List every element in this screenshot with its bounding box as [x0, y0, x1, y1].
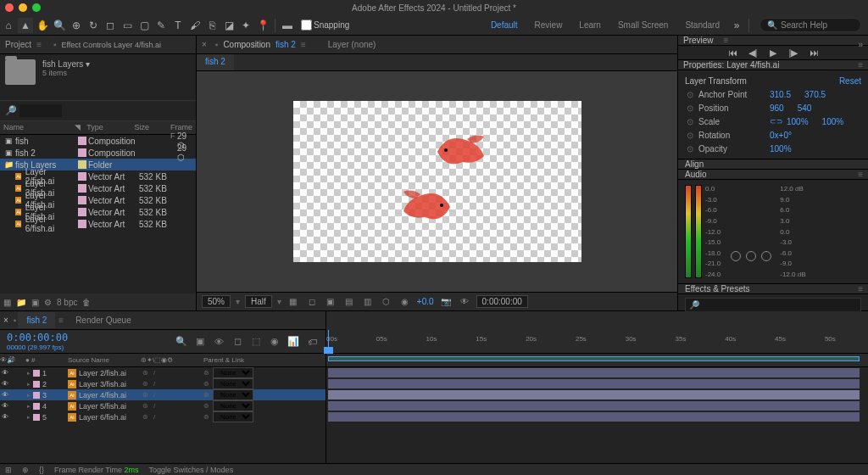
project-item[interactable]: ▣fish 2Composition29 ⬡	[0, 147, 196, 159]
comp-mini-icon[interactable]: ▣	[193, 336, 207, 348]
workspace-standard[interactable]: Standard	[676, 15, 728, 36]
property-row[interactable]: ⊙Anchor Point310.5370.5	[685, 87, 861, 101]
composition-viewer[interactable]	[197, 71, 677, 292]
layer-duration-bar[interactable]	[326, 411, 868, 422]
clone-tool[interactable]: ⎘	[204, 18, 220, 33]
composition-tab-label[interactable]: Composition	[223, 40, 270, 49]
puppet-tool[interactable]: 📍	[255, 18, 270, 33]
layer-duration-bar[interactable]	[326, 389, 868, 400]
show-snapshot-icon[interactable]: 👁	[458, 296, 471, 308]
time-ruler[interactable]: 00s05s10s15s20s25s30s35s40s45s50s	[326, 330, 868, 354]
project-item[interactable]: AiLayer 6/fish.aiVector Art532 KB	[0, 218, 196, 230]
frame-blend-icon[interactable]: ⬚	[249, 336, 263, 348]
st-icon3[interactable]: {}	[39, 466, 44, 474]
bpc-label[interactable]: 8 bpc	[57, 298, 77, 307]
last-frame-icon[interactable]: ⏭	[807, 46, 821, 59]
property-row[interactable]: ⊙Scale⊂⊃100%100%	[685, 115, 861, 128]
hand-tool[interactable]: ✋	[35, 18, 50, 33]
trash-icon[interactable]: 🗑	[82, 298, 91, 307]
snapshot-icon[interactable]: 📷	[439, 296, 453, 308]
draft3d-icon[interactable]: ◻	[231, 336, 244, 348]
eraser-tool[interactable]: ◪	[221, 18, 236, 33]
effect-controls-tab[interactable]: Effect Controls Layer 4/fish.ai	[62, 41, 161, 49]
audio-knob-2[interactable]	[746, 251, 756, 261]
shape-tool[interactable]: ▢	[136, 18, 152, 33]
timeline-layer-row[interactable]: 👁▸1AiLayer 2/fish.ai⊛/⊚None	[0, 367, 326, 378]
brush-tool[interactable]: 🖌	[187, 18, 203, 33]
new-folder-icon[interactable]: 📁	[16, 298, 26, 307]
property-row[interactable]: ⊙Rotation0x+0°	[685, 128, 861, 142]
search-help[interactable]: 🔍 Search Help	[760, 18, 861, 32]
workspace-default[interactable]: Default	[482, 15, 526, 36]
comp-name[interactable]: fish 2	[275, 40, 296, 49]
orbit-tool[interactable]: ⊕	[69, 18, 84, 33]
pan-behind-tool[interactable]: ▭	[120, 18, 135, 33]
timeline-layer-row[interactable]: 👁▸3AiLayer 4/fish.ai⊛/⊚None	[0, 389, 326, 400]
timeline-layer-row[interactable]: 👁▸2AiLayer 3/fish.ai⊛/⊚None	[0, 378, 326, 389]
layer-duration-bar[interactable]	[326, 367, 868, 378]
render-queue-tab[interactable]: Render Queue	[67, 312, 140, 328]
close-window[interactable]	[5, 3, 14, 12]
layer-duration-bar[interactable]	[326, 378, 868, 389]
tl-close-icon[interactable]: ×	[0, 316, 12, 325]
tag-icon[interactable]: 🏷	[305, 336, 319, 348]
project-item[interactable]: ▣fishComposition29 ⬡	[0, 135, 196, 147]
ep-menu-icon[interactable]: ≡	[858, 284, 863, 293]
exposure[interactable]: +0.0	[417, 297, 434, 306]
property-row[interactable]: ⊙Position960540	[685, 101, 861, 115]
st-icon1[interactable]: ⊞	[5, 466, 12, 474]
timeline-area[interactable]: 00s05s10s15s20s25s30s35s40s45s50s	[326, 311, 868, 463]
home-icon[interactable]: ⌂	[1, 18, 16, 33]
motion-blur-icon[interactable]: ◉	[268, 336, 281, 348]
roto-tool[interactable]: ✦	[238, 18, 253, 33]
fish-layer-art[interactable]	[429, 126, 497, 177]
shy-icon[interactable]: 👁	[212, 336, 225, 348]
property-row[interactable]: ⊙Opacity100%	[685, 142, 861, 155]
audio-knob-1[interactable]	[731, 251, 741, 261]
reset-button[interactable]: Reset	[839, 76, 861, 86]
maximize-window[interactable]	[32, 3, 41, 12]
rotate-tool[interactable]: ↻	[86, 18, 101, 33]
panel-overflow-icon[interactable]: »	[858, 40, 863, 49]
timeline-layer-row[interactable]: 👁▸4AiLayer 5/fish.ai⊛/⊚None	[0, 400, 326, 411]
roi-icon[interactable]: ▣	[324, 296, 337, 308]
fish-layer-art-2[interactable]	[391, 182, 459, 232]
color-mgmt-icon[interactable]: ◉	[398, 296, 412, 308]
work-area-bar[interactable]	[328, 356, 860, 361]
play-icon[interactable]: ▶	[766, 46, 780, 59]
transparency-icon[interactable]: ▦	[287, 296, 300, 308]
props-menu-icon[interactable]: ≡	[858, 60, 863, 70]
minimize-window[interactable]	[19, 3, 27, 12]
graph-icon[interactable]: 📊	[287, 336, 300, 348]
tl-search-icon[interactable]: 🔍	[175, 336, 188, 348]
layer-duration-bar[interactable]	[326, 400, 868, 411]
comp-canvas[interactable]	[293, 101, 581, 262]
channel-icon[interactable]: ⬡	[380, 296, 393, 308]
type-tool[interactable]: T	[170, 18, 186, 33]
playhead[interactable]	[328, 330, 329, 353]
timeline-layer-row[interactable]: 👁▸5AiLayer 6/fish.ai⊛/⊚None	[0, 411, 326, 422]
audio-menu-icon[interactable]: ≡	[858, 170, 863, 179]
workspace-learn[interactable]: Learn	[570, 15, 609, 36]
project-tab[interactable]: Project	[5, 40, 31, 49]
effects-presets-header[interactable]: Effects & Presets ≡	[678, 284, 868, 294]
camera-tool[interactable]: ◻	[103, 18, 118, 33]
audio-knob-3[interactable]	[761, 251, 771, 261]
project-search-input[interactable]	[19, 104, 62, 117]
label-col-icon[interactable]: ◥	[71, 121, 83, 134]
interpret-icon[interactable]: ▦	[3, 298, 11, 307]
workspace-more-icon[interactable]: »	[729, 18, 744, 33]
mask-icon[interactable]: ◻	[305, 296, 319, 308]
shape-fill[interactable]: ▬	[280, 18, 295, 33]
proj-settings-icon[interactable]: ⚙	[44, 298, 52, 307]
next-frame-icon[interactable]: |▶	[787, 46, 800, 59]
st-icon2[interactable]: ⊕	[22, 466, 29, 474]
prev-frame-icon[interactable]: ◀|	[746, 46, 760, 59]
panel-close-icon[interactable]: ×	[202, 40, 207, 49]
workspace-review[interactable]: Review	[526, 15, 571, 36]
zoom-select[interactable]: 50%	[202, 295, 231, 308]
workspace-small[interactable]: Small Screen	[609, 15, 676, 36]
resolution-select[interactable]: Half	[245, 295, 272, 308]
snapping-checkbox[interactable]	[301, 20, 312, 31]
preview-time[interactable]: 0:00:00:00	[476, 295, 528, 308]
